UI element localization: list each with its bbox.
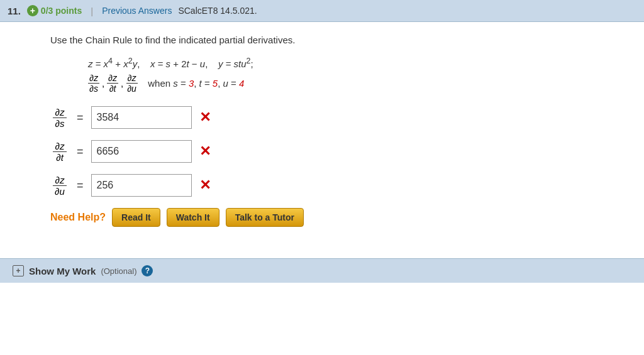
- answer-fraction-s: ∂z ∂s: [50, 107, 69, 129]
- wrong-icon-t: ✕: [199, 143, 211, 160]
- header-bar: 11. + 0/3 points | Previous Answers SCal…: [0, 0, 644, 22]
- help-circle-icon[interactable]: ?: [142, 265, 153, 276]
- answer-row-s: ∂z ∂s = ✕: [50, 106, 625, 129]
- wrong-icon-u: ✕: [199, 177, 211, 194]
- need-help-row: Need Help? Read It Watch It Talk to a Tu…: [50, 208, 625, 227]
- main-content: Use the Chain Rule to find the indicated…: [0, 22, 644, 252]
- equals-u: =: [77, 179, 84, 192]
- show-work-icon[interactable]: +: [13, 265, 24, 276]
- source-text: SCalcET8 14.5.021.: [178, 6, 257, 16]
- need-help-label: Need Help?: [50, 212, 106, 223]
- answer-fraction-t: ∂z ∂t: [50, 141, 69, 163]
- question-number: 11.: [8, 6, 21, 16]
- partial-s: ∂z ∂s: [88, 73, 99, 94]
- prev-answers-link[interactable]: Previous Answers: [102, 6, 172, 16]
- equals-t: =: [77, 145, 84, 158]
- answer-input-u[interactable]: [91, 174, 192, 197]
- partial-u: ∂z ∂u: [126, 73, 138, 94]
- answer-input-t[interactable]: [91, 140, 192, 163]
- partials-row: ∂z ∂s , ∂z ∂t , ∂z ∂u when s = 3, t = 5,…: [88, 73, 625, 94]
- talk-to-tutor-button[interactable]: Talk to a Tutor: [226, 208, 304, 227]
- separator: |: [91, 6, 93, 16]
- wrong-icon-s: ✕: [199, 109, 211, 126]
- math-block: z = x4 + x2y, x = s + 2t − u, y = stu2; …: [88, 57, 625, 94]
- problem-statement: Use the Chain Rule to find the indicated…: [50, 35, 625, 45]
- plus-icon: +: [27, 5, 38, 16]
- optional-text: (Optional): [101, 266, 136, 276]
- points-badge: + 0/3 points: [27, 5, 82, 16]
- footer-bar: + Show My Work (Optional) ?: [0, 258, 644, 283]
- answer-fraction-u: ∂z ∂u: [50, 175, 69, 197]
- t-value: 5: [213, 78, 218, 89]
- when-text: when s = 3, t = 5, u = 4: [148, 78, 244, 89]
- show-work-text: Show My Work: [29, 266, 96, 276]
- answer-input-s[interactable]: [91, 106, 192, 129]
- points-text: 0/3 points: [41, 6, 82, 16]
- comma-sep1: ,: [102, 78, 104, 89]
- answer-row-t: ∂z ∂t = ✕: [50, 140, 625, 163]
- read-it-button[interactable]: Read It: [112, 208, 160, 227]
- comma-sep2: ,: [121, 78, 123, 89]
- eq1: z = x4 + x2y, x = s + 2t − u, y = stu2;: [88, 57, 253, 69]
- s-value: 3: [189, 78, 194, 89]
- watch-it-button[interactable]: Watch It: [167, 208, 219, 227]
- u-value: 4: [239, 78, 244, 89]
- partial-t: ∂z ∂t: [107, 73, 118, 94]
- equation-line1: z = x4 + x2y, x = s + 2t − u, y = stu2;: [88, 57, 625, 69]
- answer-row-u: ∂z ∂u = ✕: [50, 174, 625, 197]
- equals-s: =: [77, 111, 84, 124]
